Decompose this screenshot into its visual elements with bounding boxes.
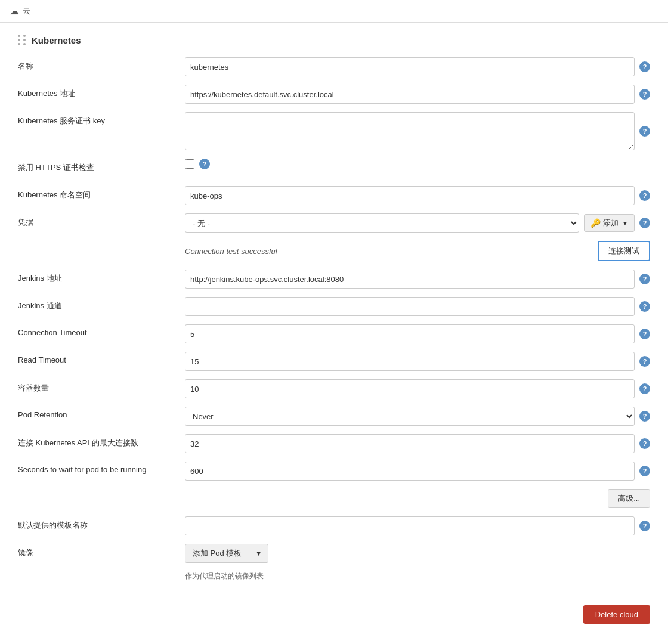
add-credential-arrow-icon: ▼	[622, 220, 628, 227]
name-input[interactable]	[185, 57, 635, 76]
top-bar: ☁ 云	[0, 0, 668, 23]
read-timeout-control: ?	[185, 352, 650, 371]
connection-timeout-row: Connection Timeout ?	[18, 324, 650, 343]
jenkins-address-input[interactable]	[185, 270, 635, 289]
add-credential-button[interactable]: 🔑 添加 ▼	[584, 214, 635, 232]
wait-seconds-row: Seconds to wait for pod to be running ?	[18, 462, 650, 481]
jenkins-channel-help-icon[interactable]: ?	[639, 301, 650, 312]
connection-timeout-input[interactable]	[185, 324, 635, 343]
k8s-cert-textarea[interactable]	[185, 112, 635, 150]
k8s-namespace-input[interactable]	[185, 186, 635, 205]
read-timeout-help-icon[interactable]: ?	[639, 356, 650, 367]
wait-seconds-control: ?	[185, 462, 650, 481]
credential-label: 凭据	[18, 213, 185, 228]
k8s-cert-label: Kubernetes 服务证书 key	[18, 112, 185, 126]
pod-retention-control: Never Always On Failure Default ?	[185, 407, 650, 426]
k8s-namespace-row: Kubernetes 命名空间 ?	[18, 186, 650, 205]
key-icon: 🔑	[590, 218, 601, 228]
disable-https-control: ?	[185, 159, 650, 169]
read-timeout-input[interactable]	[185, 352, 635, 371]
top-bar-title: 云	[23, 6, 30, 17]
default-template-input[interactable]	[185, 516, 635, 535]
credential-control: - 无 - 🔑 添加 ▼ ?	[185, 213, 650, 233]
add-credential-label: 添加	[603, 218, 618, 228]
default-template-control: ?	[185, 516, 650, 535]
container-count-control: ?	[185, 379, 650, 398]
connection-timeout-help-icon[interactable]: ?	[639, 329, 650, 339]
advanced-row: 高级...	[18, 489, 650, 508]
k8s-cert-help-icon[interactable]: ?	[639, 126, 650, 137]
delete-cloud-button[interactable]: Delete cloud	[583, 605, 650, 624]
jenkins-channel-row: Jenkins 通道 ?	[18, 297, 650, 316]
k8s-cert-control: ?	[185, 112, 650, 150]
jenkins-channel-label: Jenkins 通道	[18, 297, 185, 311]
name-row: 名称 ?	[18, 57, 650, 76]
add-pod-template-button[interactable]: 添加 Pod 模板 ▼	[185, 544, 268, 563]
pod-retention-select[interactable]: Never Always On Failure Default	[185, 407, 635, 426]
image-control: 添加 Pod 模板 ▼ 作为代理启动的镜像列表	[185, 544, 650, 581]
jenkins-channel-input[interactable]	[185, 297, 635, 316]
wait-seconds-input[interactable]	[185, 462, 635, 481]
credential-inner: - 无 - 🔑 添加 ▼	[185, 213, 635, 233]
name-label: 名称	[18, 57, 185, 72]
container-count-help-icon[interactable]: ?	[639, 383, 650, 394]
disable-https-label: 禁用 HTTPS 证书检查	[18, 159, 185, 173]
image-row: 镜像 添加 Pod 模板 ▼ 作为代理启动的镜像列表	[18, 544, 650, 581]
name-control: ?	[185, 57, 650, 76]
connection-success-text: Connection test successful	[185, 247, 277, 256]
credential-row: 凭据 - 无 - 🔑 添加 ▼ ?	[18, 213, 650, 233]
k8s-namespace-help-icon[interactable]: ?	[639, 190, 650, 201]
cloud-icon: ☁	[10, 5, 19, 17]
k8s-cert-row: Kubernetes 服务证书 key ?	[18, 112, 650, 150]
jenkins-address-label: Jenkins 地址	[18, 270, 185, 284]
jenkins-address-row: Jenkins 地址 ?	[18, 270, 650, 289]
connection-test-row: Connection test successful 连接测试	[18, 241, 650, 261]
image-label: 镜像	[18, 544, 185, 558]
image-hint-text: 作为代理启动的镜像列表	[185, 571, 264, 581]
pod-retention-label: Pod Retention	[18, 407, 185, 419]
main-content: Kubernetes 名称 ? Kubernetes 地址 ? Kubernet…	[0, 23, 668, 644]
default-template-help-icon[interactable]: ?	[639, 521, 650, 531]
section-heading: Kubernetes	[32, 35, 81, 45]
wait-seconds-label: Seconds to wait for pod to be running	[18, 462, 185, 474]
max-connections-label: 连接 Kubernetes API 的最大连接数	[18, 434, 185, 448]
k8s-address-label: Kubernetes 地址	[18, 85, 185, 99]
k8s-namespace-label: Kubernetes 命名空间	[18, 186, 185, 200]
container-count-label: 容器数量	[18, 379, 185, 394]
k8s-namespace-control: ?	[185, 186, 650, 205]
disable-https-help-icon[interactable]: ?	[199, 159, 210, 169]
pod-retention-row: Pod Retention Never Always On Failure De…	[18, 407, 650, 426]
pod-retention-help-icon[interactable]: ?	[639, 411, 650, 422]
section-title: Kubernetes	[18, 35, 650, 45]
k8s-address-input[interactable]	[185, 85, 635, 104]
jenkins-channel-control: ?	[185, 297, 650, 316]
name-help-icon[interactable]: ?	[639, 61, 650, 72]
advanced-button[interactable]: 高级...	[608, 489, 650, 508]
max-connections-help-icon[interactable]: ?	[639, 438, 650, 449]
k8s-address-control: ?	[185, 85, 650, 104]
read-timeout-label: Read Timeout	[18, 352, 185, 364]
credential-select[interactable]: - 无 -	[185, 213, 579, 233]
wait-seconds-help-icon[interactable]: ?	[639, 466, 650, 476]
disable-https-row: 禁用 HTTPS 证书检查 ?	[18, 159, 650, 178]
max-connections-input[interactable]	[185, 434, 635, 453]
add-pod-template-dropdown-icon[interactable]: ▼	[249, 546, 268, 561]
delete-row: Delete cloud	[18, 593, 650, 636]
jenkins-address-help-icon[interactable]: ?	[639, 274, 650, 284]
connection-timeout-control: ?	[185, 324, 650, 343]
connection-timeout-label: Connection Timeout	[18, 324, 185, 337]
drag-handle[interactable]	[18, 35, 27, 45]
container-count-input[interactable]	[185, 379, 635, 398]
connection-test-button[interactable]: 连接测试	[598, 241, 650, 261]
disable-https-checkbox[interactable]	[185, 159, 194, 169]
add-pod-template-label: 添加 Pod 模板	[185, 544, 249, 562]
k8s-address-row: Kubernetes 地址 ?	[18, 85, 650, 104]
credential-help-icon[interactable]: ?	[639, 218, 650, 228]
k8s-address-help-icon[interactable]: ?	[639, 89, 650, 100]
default-template-row: 默认提供的模板名称 ?	[18, 516, 650, 535]
max-connections-control: ?	[185, 434, 650, 453]
container-count-row: 容器数量 ?	[18, 379, 650, 398]
max-connections-row: 连接 Kubernetes API 的最大连接数 ?	[18, 434, 650, 453]
jenkins-address-control: ?	[185, 270, 650, 289]
default-template-label: 默认提供的模板名称	[18, 516, 185, 531]
